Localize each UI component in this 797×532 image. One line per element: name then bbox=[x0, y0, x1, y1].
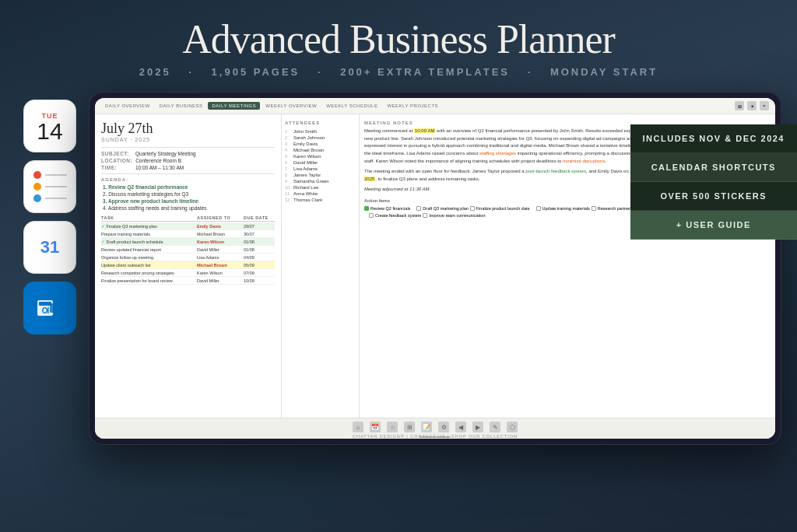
toolbar-icon-3[interactable]: ☆ bbox=[387, 422, 398, 432]
footer-credit: CHATTAN DESIGN® | CONTACT US | SHOP OUR … bbox=[353, 434, 518, 439]
header: Advanced Business Planner 2025 · 1,905 P… bbox=[0, 0, 797, 86]
reminders-inner bbox=[27, 165, 73, 208]
attendee-4: 4Michael Brown bbox=[285, 147, 356, 153]
check-8: Create feedback system bbox=[369, 213, 421, 218]
nav-icon-1[interactable]: ⊞ bbox=[735, 101, 744, 110]
location-value: Conference Room B bbox=[135, 158, 181, 163]
attendee-3: 3Emily Davis bbox=[285, 141, 356, 147]
time-value: 10:00 AM – 11:30 AM bbox=[135, 165, 184, 170]
toolbar-icon-9[interactable]: ✎ bbox=[490, 422, 500, 432]
dot-line-3 bbox=[45, 198, 67, 199]
check-1: Review Q2 financials bbox=[364, 206, 410, 211]
task-col-header: TASK bbox=[101, 215, 197, 220]
toolbar-icon-5[interactable]: 📝 bbox=[421, 422, 432, 432]
task-name-2: Prepare training materials bbox=[101, 232, 197, 236]
tab-daily-meetings[interactable]: DAILY MEETINGS bbox=[208, 102, 260, 110]
task-assigned-1: Emily Davis bbox=[197, 224, 244, 229]
location-row: LOCATION: Conference Room B bbox=[101, 158, 275, 163]
pages: 1,905 PAGES bbox=[212, 66, 300, 78]
checkbox-4 bbox=[536, 206, 541, 211]
due-col-header: DUE DATE bbox=[244, 215, 275, 220]
icons-column: TUE 14 31 bbox=[23, 92, 76, 334]
dot-line-2 bbox=[45, 186, 67, 187]
subject-label: SUBJECT: bbox=[101, 151, 132, 156]
tab-daily-business[interactable]: DAILY BUSINESS bbox=[156, 102, 207, 110]
badge-stickers: OVER 500 STICKERS bbox=[630, 182, 797, 211]
dot1: · bbox=[188, 66, 194, 78]
badge-calendar-shortcuts-text: CALENDAR SHORTCUTS bbox=[651, 163, 776, 172]
task-name-6: Update client outreach list bbox=[101, 263, 197, 268]
subtitle: 2025 · 1,905 PAGES · 200+ EXTRA TEMPLATE… bbox=[16, 66, 781, 78]
subject-row: SUBJECT: Quarterly Strategy Meeting bbox=[101, 151, 275, 156]
task-due-5: 04/09 bbox=[244, 255, 275, 260]
content-area: TUE 14 31 bbox=[0, 86, 797, 453]
attendees-label: ATTENDEES bbox=[285, 121, 356, 125]
tab-weekly-schedule[interactable]: WEEKLY SCHEDULE bbox=[322, 102, 381, 110]
year: 2025 bbox=[139, 66, 171, 78]
agenda-label: AGENDA: bbox=[101, 177, 275, 182]
task-row-7: Research competitor pricing strategies K… bbox=[101, 269, 275, 277]
task-row-3: ✓ Draft product launch schedule Karen Wi… bbox=[101, 238, 275, 246]
tablet-nav[interactable]: DAILY OVERVIEW DAILY BUSINESS DAILY MEET… bbox=[95, 98, 775, 114]
dot3: · bbox=[528, 66, 533, 78]
nav-icon-2[interactable]: ☀ bbox=[747, 101, 757, 110]
attendee-1: 1John Smith bbox=[285, 128, 356, 135]
toolbar-icon-10[interactable]: ⬡ bbox=[507, 422, 518, 432]
dot-orange bbox=[33, 183, 41, 191]
agenda-item-2: 2. Discuss marketing strategies for Q3 bbox=[101, 191, 275, 197]
attendees-panel: ATTENDEES 1John Smith 2Sarah Johnson 3Em… bbox=[282, 114, 360, 418]
tab-weekly-projects[interactable]: WEEKLY PROJECTS bbox=[383, 102, 442, 110]
task-row-2: Prepare training materials Michael Brown… bbox=[101, 230, 275, 238]
dot-blue bbox=[33, 194, 41, 202]
task-name-7: Research competitor pricing strategies bbox=[101, 271, 197, 275]
toolbar-icon-6[interactable]: ⚙ bbox=[438, 422, 449, 432]
dot-red bbox=[33, 171, 41, 179]
nav-tabs: DAILY OVERVIEW DAILY BUSINESS DAILY MEET… bbox=[101, 102, 442, 110]
attendee-5: 5Karen Wilson bbox=[285, 153, 356, 159]
reminder-dot-3 bbox=[33, 194, 67, 202]
badge-calendar-shortcuts: CALENDAR SHORTCUTS bbox=[630, 153, 797, 182]
dot-line-1 bbox=[45, 174, 67, 176]
svg-rect-1 bbox=[39, 302, 51, 306]
toolbar-icon-4[interactable]: ⊞ bbox=[404, 422, 415, 432]
checkbox-1 bbox=[364, 206, 369, 211]
task-due-6: 05/09 bbox=[244, 263, 275, 268]
task-name-4: Review updated financial report bbox=[101, 247, 197, 252]
location-label: LOCATION: bbox=[101, 158, 132, 163]
tab-weekly-overview[interactable]: WEEKLY OVERVIEW bbox=[262, 102, 321, 110]
checkbox-9 bbox=[423, 213, 427, 218]
attendee-10: 10Richard Lee bbox=[285, 184, 356, 191]
attendee-6: 6David Miller bbox=[285, 159, 356, 166]
toolbar-icon-8[interactable]: ▶ bbox=[472, 422, 483, 432]
date-subheading: SUNDAY · 2025 bbox=[101, 137, 275, 142]
task-row-1: ✓ Finalize Q3 marketing plan Emily Davis… bbox=[101, 222, 275, 230]
svg-text:Ol: Ol bbox=[42, 306, 50, 315]
toolbar-icon-7[interactable]: ◀ bbox=[455, 422, 466, 432]
svg-rect-3 bbox=[50, 303, 61, 313]
badge-user-guide-text: + USER GUIDE bbox=[676, 220, 751, 229]
subject-value: Quarterly Strategy Meeting bbox=[135, 151, 196, 156]
date-heading: July 27th bbox=[101, 121, 275, 137]
attendee-2: 2Sarah Johnson bbox=[285, 135, 356, 141]
outlook-app-icon[interactable]: Ol bbox=[23, 282, 76, 334]
task-assigned-4: David Miller bbox=[197, 247, 244, 252]
task-assigned-2: Michael Brown bbox=[197, 232, 244, 236]
main-title: Advanced Business Planner bbox=[16, 17, 781, 61]
toolbar-icon-1[interactable]: ⌂ bbox=[353, 422, 363, 432]
checkbox-8 bbox=[369, 213, 374, 218]
calendar-app-icon[interactable]: TUE 14 bbox=[23, 100, 76, 152]
toolbar-icon-2[interactable]: 📅 bbox=[370, 422, 381, 432]
gcal-label: 31 bbox=[40, 237, 59, 257]
templates: 200+ EXTRA TEMPLATES bbox=[340, 66, 510, 78]
reminders-app-icon[interactable] bbox=[23, 160, 76, 213]
attendee-8: 8James Taylor bbox=[285, 172, 356, 178]
gcal-app-icon[interactable]: 31 bbox=[23, 221, 76, 274]
check-3: Finalize product launch date bbox=[470, 206, 530, 211]
tab-daily-overview[interactable]: DAILY OVERVIEW bbox=[101, 102, 154, 110]
task-assigned-8: David Miller bbox=[197, 278, 244, 283]
time-row: TIME: 10:00 AM – 11:30 AM bbox=[101, 165, 275, 170]
nav-icon-3[interactable]: ≡ bbox=[760, 101, 769, 110]
highlight-time: 10:00 AM bbox=[414, 128, 435, 133]
reminder-dot-2 bbox=[33, 183, 67, 191]
tablet-toolbar: ⌂ 📅 ☆ ⊞ 📝 ⚙ ◀ ▶ ✎ ⬡ bbox=[95, 418, 775, 436]
